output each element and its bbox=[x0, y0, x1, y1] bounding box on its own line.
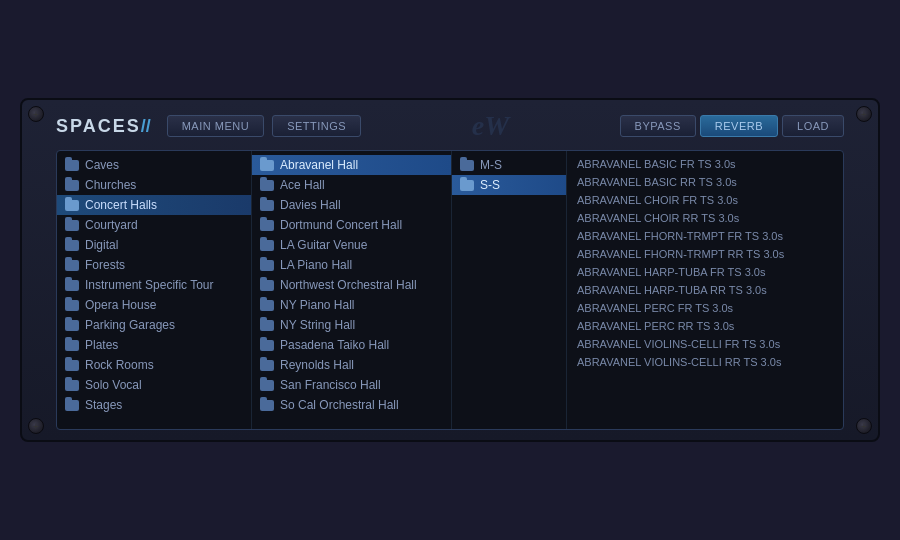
folder-icon bbox=[65, 340, 79, 351]
bypass-button[interactable]: BYPASS bbox=[620, 115, 696, 137]
hall-item[interactable]: LA Piano Hall bbox=[252, 255, 451, 275]
preset-item[interactable]: ABRAVANEL PERC RR TS 3.0s bbox=[567, 317, 843, 335]
category-label: Parking Garages bbox=[85, 318, 175, 332]
hall-item[interactable]: LA Guitar Venue bbox=[252, 235, 451, 255]
logo: SPACES // bbox=[56, 116, 151, 137]
folder-icon bbox=[65, 380, 79, 391]
hall-label: San Francisco Hall bbox=[280, 378, 381, 392]
category-item[interactable]: Solo Vocal bbox=[57, 375, 251, 395]
types-list: M-SS-S bbox=[452, 151, 566, 429]
type-label: S-S bbox=[480, 178, 500, 192]
folder-icon bbox=[460, 180, 474, 191]
hall-item[interactable]: Northwest Orchestral Hall bbox=[252, 275, 451, 295]
category-item[interactable]: Forests bbox=[57, 255, 251, 275]
preset-item[interactable]: ABRAVANEL FHORN-TRMPT RR TS 3.0s bbox=[567, 245, 843, 263]
brand-watermark: eW bbox=[472, 110, 509, 142]
category-item[interactable]: Digital bbox=[57, 235, 251, 255]
preset-item[interactable]: ABRAVANEL HARP-TUBA RR TS 3.0s bbox=[567, 281, 843, 299]
categories-list: CavesChurchesConcert HallsCourtyardDigit… bbox=[57, 151, 251, 429]
hall-item[interactable]: Pasadena Taiko Hall bbox=[252, 335, 451, 355]
folder-icon bbox=[260, 340, 274, 351]
folder-icon bbox=[65, 240, 79, 251]
category-label: Concert Halls bbox=[85, 198, 157, 212]
folder-icon bbox=[260, 180, 274, 191]
folder-icon bbox=[65, 280, 79, 291]
preset-item[interactable]: ABRAVANEL HARP-TUBA FR TS 3.0s bbox=[567, 263, 843, 281]
presets-list: ABRAVANEL BASIC FR TS 3.0sABRAVANEL BASI… bbox=[567, 151, 843, 429]
plugin-container: SPACES // MAIN MENU SETTINGS eW BYPASS R… bbox=[20, 98, 880, 442]
reverb-button[interactable]: REVERB bbox=[700, 115, 778, 137]
folder-icon bbox=[260, 200, 274, 211]
hall-label: LA Guitar Venue bbox=[280, 238, 367, 252]
preset-item[interactable]: ABRAVANEL VIOLINS-CELLI RR TS 3.0s bbox=[567, 353, 843, 371]
folder-icon bbox=[65, 220, 79, 231]
category-item[interactable]: Courtyard bbox=[57, 215, 251, 235]
preset-item[interactable]: ABRAVANEL CHOIR FR TS 3.0s bbox=[567, 191, 843, 209]
screw-bl bbox=[28, 418, 44, 434]
hall-item[interactable]: NY Piano Hall bbox=[252, 295, 451, 315]
header: SPACES // MAIN MENU SETTINGS eW BYPASS R… bbox=[32, 110, 868, 142]
hall-item[interactable]: NY String Hall bbox=[252, 315, 451, 335]
type-label: M-S bbox=[480, 158, 502, 172]
category-item[interactable]: Churches bbox=[57, 175, 251, 195]
hall-item[interactable]: So Cal Orchestral Hall bbox=[252, 395, 451, 415]
screw-br bbox=[856, 418, 872, 434]
category-label: Opera House bbox=[85, 298, 156, 312]
hall-label: Abravanel Hall bbox=[280, 158, 358, 172]
items-list: Abravanel HallAce HallDavies HallDortmun… bbox=[252, 151, 451, 429]
folder-icon bbox=[65, 260, 79, 271]
hall-item[interactable]: Davies Hall bbox=[252, 195, 451, 215]
folder-icon bbox=[260, 280, 274, 291]
screw-tl bbox=[28, 106, 44, 122]
category-label: Instrument Specific Tour bbox=[85, 278, 214, 292]
folder-icon bbox=[65, 160, 79, 171]
category-label: Churches bbox=[85, 178, 136, 192]
category-label: Digital bbox=[85, 238, 118, 252]
category-item[interactable]: Plates bbox=[57, 335, 251, 355]
preset-item[interactable]: ABRAVANEL BASIC RR TS 3.0s bbox=[567, 173, 843, 191]
category-label: Forests bbox=[85, 258, 125, 272]
hall-label: Reynolds Hall bbox=[280, 358, 354, 372]
hall-label: Dortmund Concert Hall bbox=[280, 218, 402, 232]
preset-item[interactable]: ABRAVANEL FHORN-TRMPT FR TS 3.0s bbox=[567, 227, 843, 245]
type-item[interactable]: S-S bbox=[452, 175, 566, 195]
items-column: Abravanel HallAce HallDavies HallDortmun… bbox=[252, 151, 452, 429]
folder-icon bbox=[260, 240, 274, 251]
load-button[interactable]: LOAD bbox=[782, 115, 844, 137]
category-item[interactable]: Parking Garages bbox=[57, 315, 251, 335]
category-item[interactable]: Instrument Specific Tour bbox=[57, 275, 251, 295]
categories-column: CavesChurchesConcert HallsCourtyardDigit… bbox=[57, 151, 252, 429]
category-item[interactable]: Stages bbox=[57, 395, 251, 415]
category-label: Rock Rooms bbox=[85, 358, 154, 372]
hall-item[interactable]: San Francisco Hall bbox=[252, 375, 451, 395]
folder-icon bbox=[260, 300, 274, 311]
category-label: Stages bbox=[85, 398, 122, 412]
folder-icon bbox=[260, 220, 274, 231]
hall-label: Pasadena Taiko Hall bbox=[280, 338, 389, 352]
hall-item[interactable]: Ace Hall bbox=[252, 175, 451, 195]
hall-label: Northwest Orchestral Hall bbox=[280, 278, 417, 292]
folder-icon bbox=[260, 320, 274, 331]
preset-item[interactable]: ABRAVANEL CHOIR RR TS 3.0s bbox=[567, 209, 843, 227]
type-item[interactable]: M-S bbox=[452, 155, 566, 175]
hall-item[interactable]: Reynolds Hall bbox=[252, 355, 451, 375]
folder-icon bbox=[260, 260, 274, 271]
preset-item[interactable]: ABRAVANEL VIOLINS-CELLI FR TS 3.0s bbox=[567, 335, 843, 353]
category-item[interactable]: Concert Halls bbox=[57, 195, 251, 215]
folder-icon bbox=[460, 160, 474, 171]
category-item[interactable]: Rock Rooms bbox=[57, 355, 251, 375]
folder-icon bbox=[65, 300, 79, 311]
category-item[interactable]: Opera House bbox=[57, 295, 251, 315]
hall-label: Ace Hall bbox=[280, 178, 325, 192]
category-label: Courtyard bbox=[85, 218, 138, 232]
settings-button[interactable]: SETTINGS bbox=[272, 115, 361, 137]
folder-icon bbox=[260, 160, 274, 171]
main-menu-button[interactable]: MAIN MENU bbox=[167, 115, 264, 137]
folder-icon bbox=[260, 360, 274, 371]
category-item[interactable]: Caves bbox=[57, 155, 251, 175]
preset-item[interactable]: ABRAVANEL PERC FR TS 3.0s bbox=[567, 299, 843, 317]
preset-item[interactable]: ABRAVANEL BASIC FR TS 3.0s bbox=[567, 155, 843, 173]
header-right-buttons: BYPASS REVERB LOAD bbox=[620, 115, 844, 137]
hall-item[interactable]: Abravanel Hall bbox=[252, 155, 451, 175]
hall-item[interactable]: Dortmund Concert Hall bbox=[252, 215, 451, 235]
